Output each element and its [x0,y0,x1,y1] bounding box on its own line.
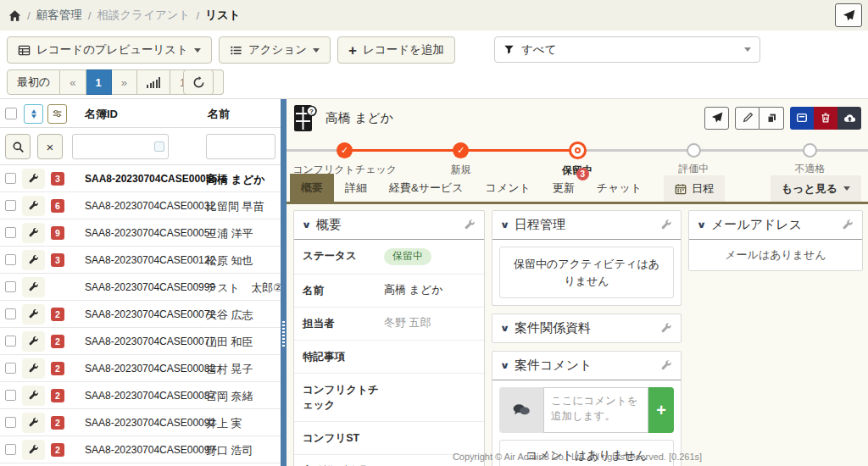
row-checkbox[interactable] [5,227,16,238]
tab-expenses-services[interactable]: 経費&サービス [378,174,475,202]
row-checkbox[interactable] [5,363,16,374]
row-tools-button[interactable] [22,304,45,325]
table-icon [18,44,31,57]
row-tools-button[interactable] [22,386,45,406]
step-disqualified[interactable]: 不適格 [752,135,868,178]
actions-button[interactable]: アクション [219,36,331,64]
wrench-icon[interactable] [465,219,476,230]
row-count-badge: 2 [51,335,64,348]
chevron-down-icon[interactable]: ∨ [500,360,510,371]
delete-record-button[interactable] [814,107,837,130]
exact-match-checkbox[interactable] [154,141,164,152]
row-tools-button[interactable] [22,440,45,460]
step-new[interactable]: ✓ 新規 [403,135,519,178]
table-row[interactable]: 2 SAA8-20230704CASE00092 井上 実 [0,409,281,436]
table-row[interactable]: 2 SAA8-20230704CASE00072 矢谷 広志 [0,301,281,328]
archive-record-button[interactable] [790,107,814,130]
row-tools-button[interactable] [22,250,45,270]
search-name-input[interactable] [206,134,275,159]
column-header-id[interactable]: 名簿ID [85,107,118,122]
breadcrumb-bar: / 顧客管理 / 相談クライアント / リスト [0,0,868,31]
comment-input[interactable]: ここにコメントを追加します。 [543,387,648,433]
home-icon[interactable] [8,9,21,22]
row-checkbox[interactable] [5,444,16,455]
row-tools-button[interactable] [22,196,45,216]
row-tools-button[interactable] [22,358,45,379]
pagination-next-button[interactable]: » [112,69,137,95]
tab-details[interactable]: 詳細 [334,174,378,202]
send-record-button[interactable] [704,107,729,130]
table-row[interactable]: 2 SAA8-20230704CASE00087 宮岡 奈緒 [0,382,281,409]
add-record-button[interactable]: + レコードを追加 [337,36,455,64]
row-checkbox[interactable] [5,390,16,401]
tab-overview[interactable]: 概要 [290,174,334,202]
tab-comments[interactable]: コメント [475,174,542,202]
sort-button[interactable] [24,104,43,124]
table-row[interactable]: 2 SAA8-20230704CASE00097 野口 浩司 [0,436,281,463]
wrench-icon[interactable] [661,360,672,371]
table-row[interactable]: SAA8-20230704CASE00999 テスト 太郎② [0,274,281,301]
detail-header: ? 高橋 まどか [293,101,861,135]
table-row[interactable]: 2 SAA8-20230704CASE00077 山田 和臣 [0,328,281,355]
breadcrumb-consult-client[interactable]: 相談クライアント [97,8,191,23]
row-tools-button[interactable] [22,277,45,297]
edit-record-button[interactable] [735,107,760,130]
row-checkbox[interactable] [5,281,16,292]
row-tools-button[interactable] [22,413,45,433]
wrench-icon[interactable] [661,219,672,230]
table-row[interactable]: 6 SAA8-20230704CASE00032 比留間 早苗 [0,192,281,219]
row-count-badge: 2 [51,308,64,321]
refresh-button[interactable] [183,69,214,95]
tab-updates[interactable]: 更新3 [542,174,586,202]
step-evaluating[interactable]: 評価中 [636,135,752,178]
row-checkbox[interactable] [5,336,16,347]
copy-record-button[interactable] [760,107,784,130]
record-preview-list-button[interactable]: レコードのプレビューリスト [7,36,212,64]
row-tools-button[interactable] [22,223,45,243]
overview-card-header: ∨ 概要 [294,211,484,240]
pagination-page-1[interactable]: 1 [86,69,112,95]
tab-schedule[interactable]: 日程 [664,175,725,202]
send-button-top[interactable] [835,3,862,27]
table-row[interactable]: 3 SAA8-20230704CASE00055 高橋 まどか [0,165,281,192]
record-list-panel: 名簿ID 名前 × 3 SAA8-20230704CASE00055 高橋 まど… [0,99,281,466]
table-row[interactable]: 9 SAA8-20230704CASE00050 三浦 洋平 [0,219,281,247]
table-row[interactable]: 3 SAA8-20230704CASE00122 松原 知也 [0,247,281,274]
more-button[interactable]: もっと見る [771,175,861,202]
row-checkbox[interactable] [5,200,16,211]
chevron-down-icon[interactable]: ∨ [302,219,312,230]
email-card: ∨ メールアドレス メールはありません [688,210,863,271]
pagination-prev-button[interactable]: « [60,69,86,95]
chevron-down-icon[interactable]: ∨ [500,219,510,230]
column-settings-button[interactable] [47,104,67,124]
wrench-icon[interactable] [843,219,854,230]
column-header-name[interactable]: 名前 [208,107,230,122]
search-button[interactable] [5,134,31,159]
row-tools-button[interactable] [22,169,45,189]
row-tools-button[interactable] [22,331,45,352]
breadcrumb-customer-mgmt[interactable]: 顧客管理 [36,8,82,23]
pagination-first-button[interactable]: 最初の [7,69,60,95]
filter-select[interactable]: すべて [494,36,760,63]
list-search-row: × [0,128,281,165]
wrench-icon[interactable] [661,323,672,334]
chevron-down-icon[interactable]: ∨ [500,323,510,334]
row-checkbox[interactable] [5,173,16,184]
add-comment-button[interactable]: + [648,387,674,433]
pagination-stats-button[interactable] [137,69,170,95]
clear-search-button[interactable]: × [37,134,63,159]
step-conflict-check[interactable]: ✓ コンフリクトチェック [287,135,403,178]
row-checkbox[interactable] [5,254,16,265]
row-name: 三浦 洋平 [206,226,253,241]
tab-chat[interactable]: チャット [586,174,653,202]
row-checkbox[interactable] [5,417,16,428]
chevron-down-icon[interactable]: ∨ [697,219,707,230]
panel-splitter[interactable] [281,99,287,466]
sliders-icon [52,108,63,119]
unload-record-button[interactable] [837,107,861,130]
table-row[interactable]: 2 SAA8-20230704CASE00082 吉村 晃子 [0,355,281,382]
row-checkbox[interactable] [5,308,16,319]
select-all-checkbox[interactable] [5,108,17,119]
list-icon [230,44,242,57]
email-empty-message: メールはありません [689,240,862,270]
